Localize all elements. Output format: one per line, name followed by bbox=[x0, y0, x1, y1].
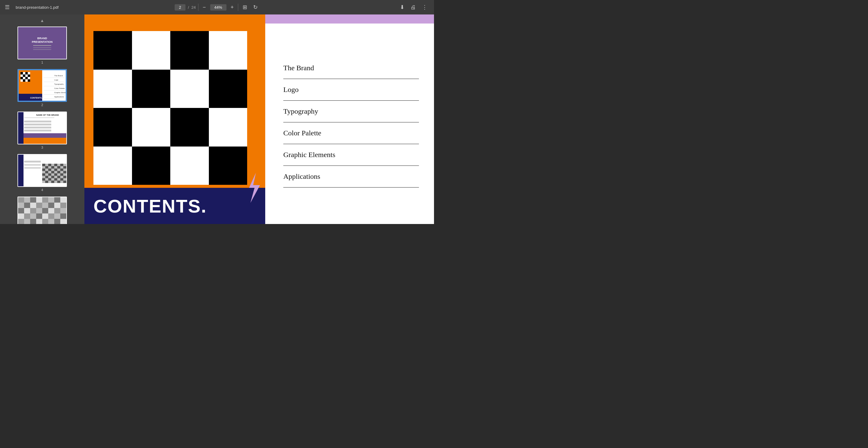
thumbnail-item-3[interactable]: 3 bbox=[0, 109, 84, 152]
toolbar-center: / 24 − + ⊞ ↻ bbox=[175, 3, 259, 12]
toc-item-logo: Logo bbox=[283, 79, 419, 101]
toc-label-the-brand: The Brand bbox=[283, 64, 314, 72]
thumb-canvas-5 bbox=[18, 197, 66, 224]
thumb-wrapper-5 bbox=[18, 197, 67, 224]
sidebar: ▲ 1 2 3 4 bbox=[0, 14, 84, 224]
zoom-input[interactable] bbox=[210, 4, 226, 10]
scroll-up-indicator[interactable]: ▲ bbox=[0, 17, 84, 24]
contents-label: CONTENTS. bbox=[93, 196, 207, 217]
main-layout: ▲ 1 2 3 4 bbox=[0, 14, 434, 224]
toc-item-the-brand: The Brand bbox=[283, 57, 419, 79]
checkerboard bbox=[93, 31, 247, 185]
toc-label-graphic-elements: Graphic Elements bbox=[283, 151, 336, 158]
toc-label-color-palette: Color Palette bbox=[283, 129, 321, 137]
print-button[interactable]: 🖨 bbox=[409, 3, 418, 12]
thumb-wrapper-4 bbox=[18, 154, 67, 187]
toc-item-applications: Applications bbox=[283, 166, 419, 187]
toolbar-right: ⬇ 🖨 ⋮ bbox=[398, 3, 429, 12]
thumb-label-3: 3 bbox=[41, 146, 43, 149]
thumbnail-item-4[interactable]: 4 bbox=[0, 152, 84, 194]
toc-item-typography: Typography bbox=[283, 101, 419, 122]
thumb-label-2: 2 bbox=[41, 103, 43, 107]
thumb-canvas-3 bbox=[18, 112, 66, 144]
scroll-container[interactable]: CONTENTS. The Brand Logo bbox=[84, 14, 434, 224]
thumbnail-item-2[interactable]: 2 bbox=[0, 67, 84, 109]
thumb-canvas-4 bbox=[18, 155, 66, 186]
page-number-input[interactable] bbox=[175, 4, 185, 10]
download-button[interactable]: ⬇ bbox=[398, 3, 406, 12]
dark-bottom-bar: CONTENTS. bbox=[84, 188, 265, 224]
toc-item-graphic-elements: Graphic Elements bbox=[283, 144, 419, 166]
zoom-out-button[interactable]: − bbox=[201, 3, 208, 12]
svg-marker-0 bbox=[249, 173, 260, 203]
thumb-wrapper-3 bbox=[18, 112, 67, 144]
filename-label: brand-presentation-1.pdf bbox=[16, 5, 59, 10]
left-section: CONTENTS. bbox=[84, 14, 265, 224]
total-pages-label: 24 bbox=[191, 5, 195, 10]
thumb-label-1: 1 bbox=[41, 61, 43, 64]
right-section: The Brand Logo Typography Color Palette bbox=[265, 14, 434, 224]
content-area: CONTENTS. The Brand Logo bbox=[84, 14, 434, 224]
thumb-wrapper-2 bbox=[18, 69, 67, 102]
rotate-button[interactable]: ↻ bbox=[251, 3, 259, 12]
thumbnail-item-5[interactable]: 5 bbox=[0, 194, 84, 224]
toc-item-color-palette: Color Palette bbox=[283, 122, 419, 144]
divider-2 bbox=[238, 4, 239, 11]
fit-page-button[interactable]: ⊞ bbox=[241, 3, 249, 12]
lightning-bolt-icon bbox=[244, 173, 262, 203]
thumb-canvas-2 bbox=[18, 70, 66, 101]
pdf-page-container: CONTENTS. The Brand Logo bbox=[84, 14, 434, 224]
thumb-wrapper-1 bbox=[18, 27, 67, 59]
toolbar: ☰ brand-presentation-1.pdf / 24 − + ⊞ ↻ … bbox=[0, 0, 434, 14]
thumbnail-item-1[interactable]: 1 bbox=[0, 24, 84, 67]
toc-label-logo: Logo bbox=[283, 86, 299, 93]
menu-icon[interactable]: ☰ bbox=[5, 4, 10, 10]
more-options-button[interactable]: ⋮ bbox=[420, 3, 429, 12]
pdf-page: CONTENTS. The Brand Logo bbox=[84, 14, 434, 224]
thumb-canvas-1 bbox=[18, 27, 66, 59]
thumb-label-4: 4 bbox=[41, 188, 43, 192]
zoom-in-button[interactable]: + bbox=[229, 3, 236, 12]
page-separator: / bbox=[188, 5, 189, 10]
toc-label-applications: Applications bbox=[283, 173, 320, 180]
toc-label-typography: Typography bbox=[283, 107, 318, 115]
